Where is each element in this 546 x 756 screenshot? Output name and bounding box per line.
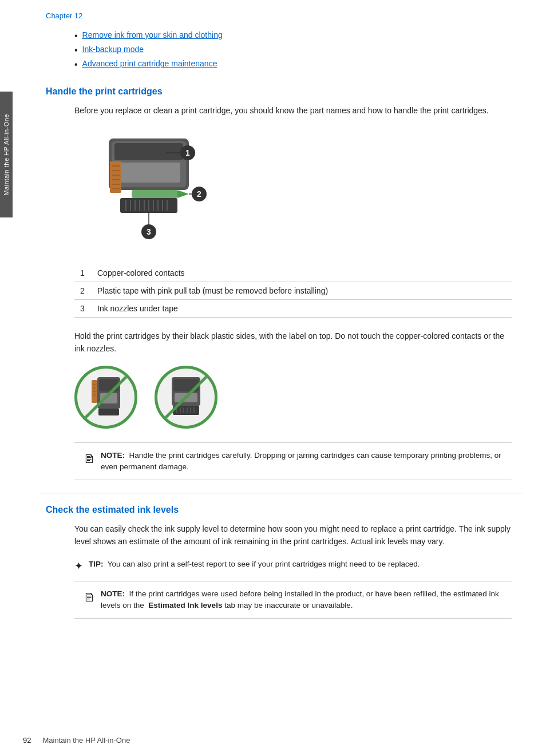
note-text: Handle the print cartridges carefully. D… bbox=[101, 451, 501, 471]
chapter-label: Chapter 12 bbox=[46, 11, 523, 20]
no-touch-area bbox=[74, 366, 512, 429]
handle-note: 🖹 NOTE: Handle the print cartridges care… bbox=[74, 442, 512, 481]
svg-rect-40 bbox=[100, 393, 117, 403]
ink-heading: Check the estimated ink levels bbox=[46, 505, 523, 515]
parts-label-2: Plastic tape with pink pull tab (must be… bbox=[92, 282, 512, 300]
side-tab-label: Maintain the HP All-in-One bbox=[3, 114, 10, 195]
side-tab: Maintain the HP All-in-One bbox=[0, 92, 13, 217]
svg-text:2: 2 bbox=[197, 189, 201, 199]
tip-content: TIP: You can also print a self-test repo… bbox=[89, 559, 420, 570]
svg-rect-43 bbox=[173, 379, 199, 391]
no-touch-svg-1 bbox=[83, 374, 129, 420]
svg-rect-41 bbox=[98, 409, 119, 415]
ink-note: 🖹 NOTE: If the print cartridges were use… bbox=[74, 581, 512, 619]
parts-row-1: 1 Copper-colored contacts bbox=[74, 264, 512, 282]
tip-text: You can also print a self-test report to… bbox=[108, 560, 420, 568]
page-number: 92 bbox=[23, 736, 31, 745]
svg-rect-4 bbox=[132, 190, 177, 198]
ink-note-content: NOTE: If the print cartridges were used … bbox=[101, 588, 503, 612]
ink-note-tail: tab may be inaccurate or unavailable. bbox=[224, 601, 353, 609]
tip-box: ✦ TIP: You can also print a self-test re… bbox=[74, 559, 512, 574]
toc-link-3[interactable]: Advanced print cartridge maintenance bbox=[82, 59, 217, 68]
ink-section: Check the estimated ink levels You can e… bbox=[40, 505, 523, 619]
parts-num-1: 1 bbox=[74, 264, 92, 282]
ink-body: You can easily check the ink supply leve… bbox=[74, 523, 512, 548]
svg-text:1: 1 bbox=[185, 148, 190, 157]
parts-label-1: Copper-colored contacts bbox=[92, 264, 512, 282]
toc-link-1[interactable]: Remove ink from your skin and clothing bbox=[82, 30, 223, 39]
svg-rect-44 bbox=[175, 393, 197, 402]
toc-link-2[interactable]: Ink-backup mode bbox=[82, 45, 144, 54]
footer: 92 Maintain the HP All-in-One bbox=[23, 736, 523, 745]
note-content: NOTE: Handle the print cartridges carefu… bbox=[101, 450, 503, 473]
handle-body-text: Hold the print cartridges by their black… bbox=[74, 330, 512, 355]
toc-item-1: Remove ink from your skin and clothing bbox=[74, 30, 523, 41]
cartridge-svg: 1 2 3 bbox=[74, 127, 223, 264]
no-touch-icon-1 bbox=[74, 366, 137, 429]
note-icon: 🖹 bbox=[84, 450, 95, 468]
parts-label-3: Ink nozzles under tape bbox=[92, 300, 512, 318]
svg-rect-3 bbox=[117, 163, 180, 183]
toc-list: Remove ink from your skin and clothing I… bbox=[74, 30, 523, 70]
svg-rect-39 bbox=[99, 379, 118, 391]
no-touch-svg-2 bbox=[163, 374, 209, 420]
note-label: NOTE: bbox=[101, 451, 125, 460]
section-divider bbox=[40, 493, 523, 493]
svg-text:3: 3 bbox=[147, 227, 151, 236]
ink-note-label: NOTE: bbox=[101, 589, 125, 598]
toc-item-2: Ink-backup mode bbox=[74, 45, 523, 56]
tip-label: TIP: bbox=[89, 560, 104, 568]
parts-row-2: 2 Plastic tape with pink pull tab (must … bbox=[74, 282, 512, 300]
parts-num-3: 3 bbox=[74, 300, 92, 318]
parts-num-2: 2 bbox=[74, 282, 92, 300]
ink-note-icon: 🖹 bbox=[84, 589, 95, 606]
svg-marker-5 bbox=[177, 190, 189, 198]
no-touch-icon-2 bbox=[155, 366, 217, 429]
svg-rect-2 bbox=[114, 143, 183, 160]
page-label: Maintain the HP All-in-One bbox=[42, 736, 130, 745]
handle-section: Handle the print cartridges Before you r… bbox=[40, 86, 523, 481]
cartridge-diagram: 1 2 3 bbox=[74, 127, 223, 264]
parts-table: 1 Copper-colored contacts 2 Plastic tape… bbox=[74, 264, 512, 318]
ink-note-bold: Estimated Ink levels bbox=[148, 601, 222, 609]
toc-item-3: Advanced print cartridge maintenance bbox=[74, 59, 523, 70]
handle-intro: Before you replace or clean a print cart… bbox=[74, 105, 512, 117]
tip-icon: ✦ bbox=[74, 559, 83, 574]
handle-heading: Handle the print cartridges bbox=[46, 86, 523, 97]
parts-row-3: 3 Ink nozzles under tape bbox=[74, 300, 512, 318]
